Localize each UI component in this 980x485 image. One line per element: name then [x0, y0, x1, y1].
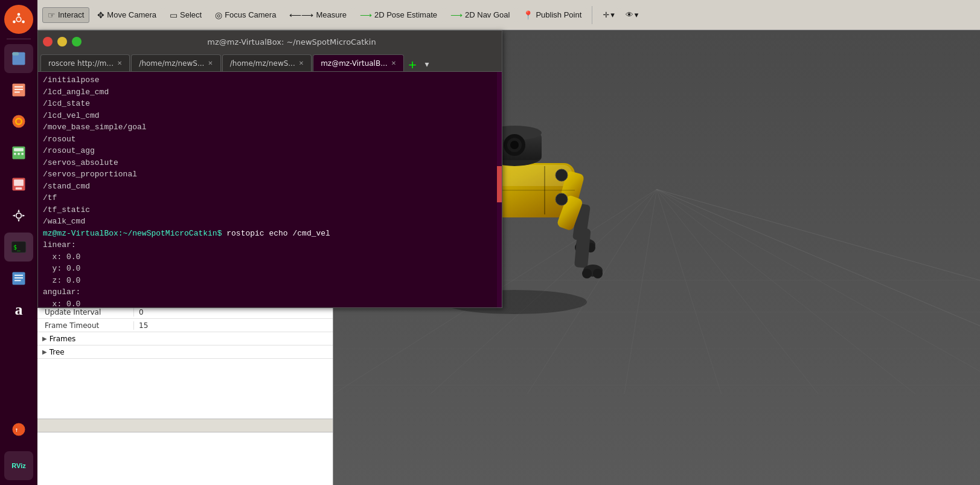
terminal-tab-4[interactable]: mz@mz-VirtualB... ✕: [313, 54, 404, 71]
svg-point-3: [22, 21, 25, 24]
terminal-taskbar-icon[interactable]: $_: [4, 233, 33, 262]
tab-3-label: /home/mz/newS...: [230, 59, 295, 68]
tab-2-label: /home/mz/newS...: [139, 59, 204, 68]
svg-point-76: [593, 269, 603, 278]
frame-timeout-value: 15: [134, 321, 148, 330]
tab-1-close[interactable]: ✕: [117, 60, 122, 66]
focus-camera-icon: ◎: [215, 10, 222, 20]
tree-row[interactable]: ▶ Tree: [37, 345, 333, 359]
tab-menu-button[interactable]: ▾: [421, 57, 433, 71]
publish-point-icon: 📍: [523, 10, 533, 20]
svg-text:↑: ↑: [14, 426, 18, 433]
update-interval-value: 0: [134, 308, 144, 316]
pose-estimate-button[interactable]: ⟶ 2D Pose Estimate: [354, 7, 443, 23]
tab-4-label: mz@mz-VirtualB...: [321, 59, 388, 68]
svg-point-56: [510, 141, 519, 149]
svg-rect-16: [14, 148, 24, 151]
measure-button[interactable]: ⟵⟶ Measure: [284, 7, 352, 23]
publish-point-button[interactable]: 📍 Publish Point: [517, 7, 587, 23]
svg-point-23: [16, 213, 22, 219]
tab-4-close[interactable]: ✕: [391, 60, 396, 66]
ubuntu-icon[interactable]: [4, 5, 33, 34]
nav-goal-button[interactable]: ⟶ 2D Nav Goal: [445, 7, 515, 23]
terminal-window: mz@mz-VirtualBox: ~/newSpotMicroCatkin r…: [37, 30, 502, 308]
tree-label: Tree: [50, 348, 65, 356]
svg-rect-17: [14, 153, 16, 155]
svg-rect-18: [18, 153, 20, 155]
terminal-scrollbar[interactable]: [497, 72, 502, 307]
update-interval-label: Update Interval: [37, 308, 134, 316]
terminal-maximize-button[interactable]: [72, 37, 82, 47]
frame-timeout-label: Frame Timeout: [37, 321, 134, 330]
bottom-content: [37, 432, 333, 485]
taskbar: $_ a ↑ RViz: [0, 0, 37, 485]
frames-label: Frames: [50, 335, 76, 343]
svg-point-78: [556, 169, 568, 181]
camera-crosshair-icon: ✛: [603, 10, 609, 19]
svg-rect-7: [13, 53, 19, 56]
frames-expand-icon: ▶: [42, 335, 47, 342]
software-icon[interactable]: a: [4, 295, 33, 324]
view-dropdown-arrow: ▾: [635, 10, 639, 19]
select-label: Select: [180, 10, 202, 19]
terminal-output: /initialpose /lcd_angle_cmd /lcd_state /…: [43, 74, 497, 307]
terminal-tab-2[interactable]: /home/mz/newS... ✕: [131, 54, 220, 71]
svg-point-5: [17, 18, 21, 21]
bottom-area: [37, 419, 333, 485]
svg-point-80: [556, 193, 568, 205]
focus-camera-button[interactable]: ◎ Focus Camera: [210, 7, 281, 23]
rviz-icon[interactable]: RViz: [4, 451, 33, 480]
view-dropdown[interactable]: 👁 ▾: [620, 7, 642, 22]
terminal-minimize-button[interactable]: [57, 37, 67, 47]
terminal-scrollbar-thumb[interactable]: [497, 166, 502, 202]
terminal-tabs: roscore http://m... ✕ /home/mz/newS... ✕…: [38, 53, 502, 72]
terminal-tab-3[interactable]: /home/mz/newS... ✕: [222, 54, 312, 71]
new-tab-button[interactable]: +: [405, 57, 420, 71]
text-editor-icon[interactable]: [4, 75, 33, 104]
terminal-close-button[interactable]: [43, 37, 53, 47]
update-icon[interactable]: ↑: [4, 415, 33, 444]
writer-icon[interactable]: [4, 264, 33, 293]
pose-estimate-label: 2D Pose Estimate: [374, 10, 437, 19]
taskbar-divider-1: [7, 39, 31, 39]
frame-timeout-row[interactable]: Frame Timeout 15: [37, 319, 333, 332]
camera-type-dropdown[interactable]: ✛ ▾: [597, 7, 617, 22]
interact-button[interactable]: ☞ Interact: [42, 7, 89, 23]
camera-dropdown-arrow: ▾: [610, 10, 615, 19]
frames-row[interactable]: ▶ Frames: [37, 332, 333, 345]
svg-point-2: [18, 13, 21, 16]
properties-panel: MarkerScale 0.5 Update Interval 0 Frame …: [37, 292, 333, 419]
focus-camera-label: Focus Camera: [225, 10, 276, 19]
terminal-title: mz@mz-VirtualBox: ~/newSpotMicroCatkin: [86, 37, 497, 47]
interact-icon: ☞: [48, 10, 56, 20]
select-icon: ▭: [170, 10, 178, 20]
firefox-icon[interactable]: [4, 107, 33, 136]
impress-icon[interactable]: [4, 170, 33, 199]
tab-3-close[interactable]: ✕: [299, 60, 304, 66]
measure-label: Measure: [316, 10, 347, 19]
move-camera-label: Move Camera: [107, 10, 156, 19]
bottom-panel-header: [37, 419, 333, 432]
tree-expand-icon: ▶: [42, 348, 47, 355]
files-icon[interactable]: [4, 44, 33, 73]
settings-icon[interactable]: [4, 201, 33, 230]
select-button[interactable]: ▭ Select: [164, 7, 207, 23]
rviz-toolbar: ☞ Interact ✥ Move Camera ▭ Select ◎ Focu…: [37, 0, 980, 30]
svg-text:$_: $_: [13, 244, 21, 251]
toolbar-sep-1: [592, 6, 592, 24]
nav-goal-icon: ⟶: [450, 10, 463, 20]
svg-rect-21: [14, 179, 24, 186]
pose-estimate-icon: ⟶: [360, 10, 372, 20]
calc-icon[interactable]: [4, 138, 33, 167]
tab-1-label: roscore http://m...: [48, 59, 114, 68]
terminal-tab-1[interactable]: roscore http://m... ✕: [40, 54, 130, 71]
tab-2-close[interactable]: ✕: [208, 60, 213, 66]
move-camera-icon: ✥: [97, 10, 104, 20]
terminal-titlebar: mz@mz-VirtualBox: ~/newSpotMicroCatkin: [38, 31, 502, 53]
svg-point-14: [17, 120, 21, 124]
nav-goal-label: 2D Nav Goal: [465, 10, 510, 19]
svg-point-4: [13, 21, 16, 24]
move-camera-button[interactable]: ✥ Move Camera: [92, 7, 162, 23]
svg-point-75: [582, 269, 592, 278]
terminal-content: /initialpose /lcd_angle_cmd /lcd_state /…: [38, 72, 502, 307]
